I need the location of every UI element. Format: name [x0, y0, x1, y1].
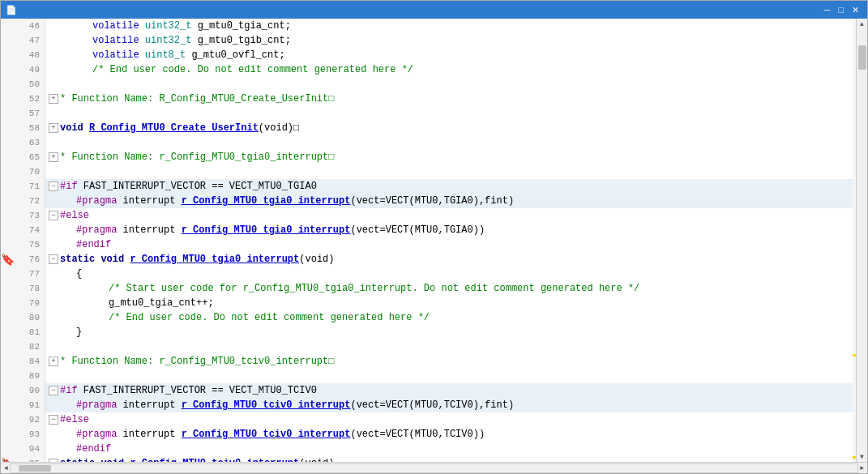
gutter-row: 74 [1, 223, 45, 237]
fold-expand-button[interactable]: + [49, 123, 58, 133]
line-number: 93 [15, 429, 45, 439]
code-line: −static void r_Config_MTU0_tciv0_interru… [45, 456, 853, 462]
code-token: volatile [92, 20, 145, 32]
code-token: (void)□ [259, 122, 299, 134]
fold-expand-button[interactable]: + [49, 357, 58, 366]
fold-collapse-button[interactable]: − [49, 181, 58, 191]
code-token: uint32_t [145, 35, 198, 46]
code-token: interrupt [123, 429, 182, 440]
code-line: −#if FAST_INTERRUPT_VECTOR == VECT_MTU0_… [45, 383, 853, 398]
scroll-right-arrow[interactable]: ► [858, 463, 866, 473]
code-token: #endif [76, 443, 111, 455]
code-line: #pragma interrupt r_Config_MTU0_tgia0_in… [45, 194, 853, 208]
code-line: #pragma interrupt r_Config_MTU0_tgia0_in… [45, 223, 853, 237]
code-line: #pragma interrupt r_Config_MTU0_tciv0_in… [45, 398, 853, 412]
code-token: interrupt [123, 224, 182, 236]
gutter-row: 81 [1, 325, 45, 339]
code-token: /* End user code. Do not edit comment ge… [92, 64, 413, 75]
gutter-row: 71 [1, 179, 45, 194]
fold-expand-button[interactable]: + [49, 152, 58, 162]
scroll-up-arrow[interactable]: ▲ [858, 19, 866, 29]
code-token: #pragma [76, 224, 123, 236]
line-indicator: 🔖 [1, 253, 15, 267]
bookmark-icon: 🔖 [1, 253, 15, 267]
scroll-thumb[interactable] [858, 45, 866, 70]
code-token: R_Config_MTU0_Create_UserInit [89, 122, 259, 134]
code-token: static [60, 458, 100, 462]
gutter-row: 77 [1, 267, 45, 281]
code-token: r_Config_MTU0_tgia0_interrupt [182, 224, 351, 236]
gutter-row: 46 [1, 19, 45, 33]
line-gutter: 46474849505257586365707172737475🔖7677787… [1, 19, 45, 462]
line-number: 89 [15, 371, 45, 381]
line-number: 47 [15, 36, 45, 45]
scroll-down-arrow[interactable]: ▼ [858, 451, 866, 462]
code-line: −#if FAST_INTERRUPT_VECTOR == VECT_MTU0_… [45, 179, 853, 194]
code-token: * Function Name: R_Config_MTU0_Create_Us… [60, 93, 334, 105]
code-line: /* End user code. Do not edit comment ge… [45, 310, 853, 325]
vertical-scrollbar[interactable]: ▲ ▼ [856, 19, 867, 462]
code-token: #if [60, 385, 83, 396]
line-number: 58 [15, 123, 45, 133]
line-number: 63 [15, 138, 45, 147]
line-number: 71 [15, 181, 45, 191]
change-marker [853, 354, 856, 357]
code-line: /* Start user code for r_Config_MTU0_tgi… [45, 281, 853, 296]
minimize-button[interactable]: ─ [821, 5, 834, 15]
code-content[interactable]: volatile uint32_t g_mtu0_tgia_cnt;volati… [45, 19, 853, 462]
line-number: 80 [15, 313, 45, 322]
gutter-row: 🔖76 [1, 252, 45, 267]
gutter-row: 50 [1, 77, 45, 92]
gutter-row: 78 [1, 281, 45, 296]
code-token: void [60, 122, 89, 134]
code-token: volatile [92, 35, 145, 46]
gutter-row: 49 [1, 62, 45, 77]
gutter-row: 80 [1, 310, 45, 325]
h-scroll-thumb[interactable] [19, 465, 51, 472]
code-line: #endif [45, 442, 853, 456]
fold-collapse-button[interactable]: − [49, 459, 58, 462]
line-number: 70 [15, 167, 45, 177]
code-token: interrupt [123, 195, 182, 207]
gutter-row: 🔖95 [1, 456, 45, 462]
code-token: * Function Name: r_Config_MTU0_tgia0_int… [60, 152, 334, 163]
horizontal-scrollbar[interactable] [10, 463, 858, 473]
line-number: 78 [15, 284, 45, 293]
fold-collapse-button[interactable]: − [49, 415, 58, 425]
line-number: 84 [15, 357, 45, 366]
code-line: −#else [45, 412, 853, 427]
code-token: (vect=VECT(MTU0,TGIA0)) [350, 224, 485, 236]
fold-collapse-button[interactable]: − [49, 211, 58, 220]
code-token: /* End user code. Do not edit comment ge… [109, 312, 430, 323]
change-marker [853, 456, 856, 459]
code-line [45, 339, 853, 354]
gutter-row: 82 [1, 339, 45, 354]
gutter-row: 79 [1, 296, 45, 310]
code-token: r_Config_MTU0_tciv0_interrupt [130, 458, 299, 462]
code-token: #else [60, 210, 89, 221]
code-token: * Function Name: r_Config_MTU0_tciv0_int… [60, 356, 334, 367]
code-line: volatile uint32_t g_mtu0_tgia_cnt; [45, 19, 853, 33]
line-number: 81 [15, 327, 45, 337]
fold-collapse-button[interactable]: − [49, 254, 58, 264]
line-number: 50 [15, 79, 45, 89]
fold-expand-button[interactable]: + [49, 94, 58, 104]
fold-collapse-button[interactable]: − [49, 386, 58, 395]
code-token: #pragma [76, 399, 123, 411]
line-number: 46 [15, 21, 45, 31]
code-token: g_mtu0_tgib_cnt; [198, 35, 291, 46]
code-token: (vect=VECT(MTU0,TCIV0),fint) [350, 399, 514, 411]
restore-button[interactable]: □ [835, 5, 847, 15]
code-line: volatile uint32_t g_mtu0_tgib_cnt; [45, 33, 853, 48]
gutter-row: 94 [1, 442, 45, 456]
code-token: volatile [92, 49, 145, 61]
close-button[interactable]: ✕ [849, 5, 862, 15]
scroll-left-arrow[interactable]: ◄ [2, 463, 10, 473]
code-token: FAST_INTERRUPT_VECTOR == VECT_MTU0_TCIV0 [83, 385, 317, 396]
code-line: g_mtu0_tgia_cnt++; [45, 296, 853, 310]
code-token: (void) [299, 254, 334, 265]
line-number: 74 [15, 225, 45, 235]
gutter-row: 48 [1, 48, 45, 62]
code-line: −#else [45, 208, 853, 223]
code-line [45, 135, 853, 150]
